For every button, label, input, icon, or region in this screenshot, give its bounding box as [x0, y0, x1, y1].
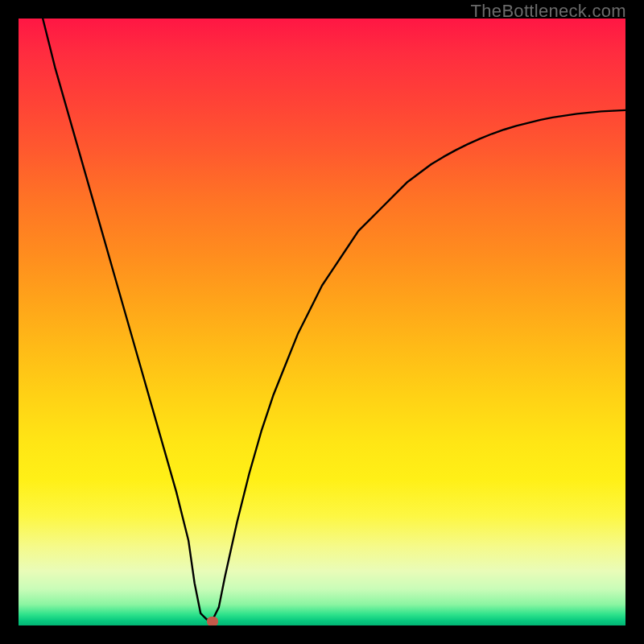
- bottleneck-curve-svg: [19, 19, 625, 625]
- plot-area: [19, 19, 625, 625]
- chart-frame: [19, 19, 625, 625]
- bottleneck-curve-path: [43, 19, 625, 619]
- minimum-marker: [207, 617, 218, 625]
